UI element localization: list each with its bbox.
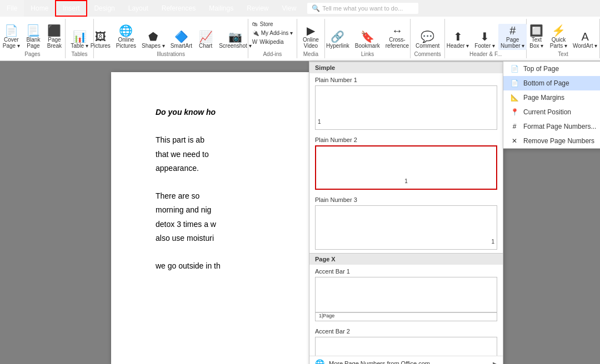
pictures-button[interactable]: 🖼 Pictures [88, 30, 113, 50]
remove-page-numbers-icon: ✕ [510, 136, 519, 145]
remove-page-numbers-label: Remove Page Numbers [523, 137, 594, 145]
ribbon: File Home Insert Design Layout Reference… [0, 0, 600, 61]
bookmark-button[interactable]: 🔖 Bookmark [353, 30, 382, 50]
dropdown-container: Simple Plain Number 1 1 Plain Number 2 1 [309, 61, 503, 364]
gallery-item-accent-2[interactable]: Accent Bar 2 1|Page [309, 325, 503, 356]
gallery-scroll[interactable]: Simple Plain Number 1 1 Plain Number 2 1 [309, 62, 503, 356]
gallery-section-simple: Simple [309, 62, 503, 73]
footer-button[interactable]: ⬇ Footer ▾ [472, 30, 497, 50]
hyperlink-icon: 🔗 [331, 31, 344, 42]
ribbon-group-media: ▶ OnlineVideo Media [297, 19, 325, 58]
more-numbers-label: More Page Numbers from Office.com [329, 360, 430, 364]
top-of-page-icon: 📄 [510, 64, 519, 73]
text-box-icon: 🔲 [529, 25, 543, 36]
tab-mailings[interactable]: Mailings [202, 0, 240, 17]
more-numbers-icon: 🌐 [315, 359, 324, 364]
accent-bar-1-text: 1|Page [319, 313, 334, 318]
tab-references[interactable]: References [155, 0, 202, 17]
tables-group-label: Tables [72, 51, 88, 57]
ribbon-group-pages: 📄 CoverPage ▾ 📃 BlankPage ⬛ PageBreak Pa… [0, 19, 66, 58]
table-button[interactable]: 📊 Table ▾ [68, 30, 91, 50]
plain-number-3-preview: 1 [315, 205, 497, 250]
gallery-item-plain-3[interactable]: Plain Number 3 1 [309, 193, 503, 253]
gallery-item-plain-1[interactable]: Plain Number 1 1 [309, 73, 503, 133]
more-numbers-item[interactable]: 🌐 More Page Numbers from Office.com ▶ [309, 356, 503, 364]
shapes-button[interactable]: ⬟ Shapes ▾ [139, 30, 167, 50]
illustrations-group-label: Illustrations [157, 51, 185, 57]
screenshot-icon: 📷 [228, 31, 242, 42]
comment-button[interactable]: 💬 Comment [413, 30, 442, 50]
more-numbers-arrow: ▶ [493, 361, 497, 365]
current-position-label: Current Position [523, 108, 571, 116]
bottom-of-page-label: Bottom of Page [523, 79, 569, 87]
store-button[interactable]: 🛍 Store [250, 20, 294, 28]
menu-current-position[interactable]: 📍 Current Position ▶ [503, 105, 600, 119]
wikipedia-icon: W [252, 39, 257, 45]
menu-page-margins[interactable]: 📐 Page Margins ▶ [503, 90, 600, 105]
gallery-section-page-x: Page X [309, 253, 503, 265]
smartart-icon: 🔷 [174, 31, 188, 42]
plain-number-1-value: 1 [318, 119, 321, 125]
header-button[interactable]: ⬆ Header ▾ [444, 30, 472, 50]
gallery-item-accent-1[interactable]: Accent Bar 1 1|Page [309, 265, 503, 325]
page-margins-icon: 📐 [510, 93, 519, 102]
quick-parts-button[interactable]: ⚡ QuickParts ▾ [548, 24, 569, 50]
text-box-button[interactable]: 🔲 TextBox ▾ [527, 24, 547, 50]
blank-page-icon: 📃 [26, 25, 40, 36]
plain-number-3-label: Plain Number 3 [315, 196, 497, 203]
online-video-button[interactable]: ▶ OnlineVideo [301, 24, 321, 50]
ribbon-tab-bar: File Home Insert Design Layout Reference… [0, 0, 600, 17]
online-video-icon: ▶ [307, 25, 315, 36]
ribbon-content: 📄 CoverPage ▾ 📃 BlankPage ⬛ PageBreak Pa… [0, 17, 600, 61]
my-addins-button[interactable]: 🔌 My Add-ins ▾ [250, 29, 295, 37]
shapes-icon: ⬟ [148, 31, 158, 42]
ribbon-group-links: 🔗 Hyperlink 🔖 Bookmark ↔ Cross-reference… [325, 19, 411, 58]
ribbon-group-text: 🔲 TextBox ▾ ⚡ QuickParts ▾ A WordArt ▾ T… [527, 19, 600, 58]
accent-bar-1-label: Accent Bar 1 [315, 268, 497, 275]
links-group-label: Links [361, 51, 374, 57]
gallery-footer: 🌐 More Page Numbers from Office.com ▶ 💾 … [309, 356, 503, 364]
page-number-button[interactable]: # PageNumber ▾ [498, 24, 527, 50]
accent-bar-2-preview: 1|Page [315, 337, 497, 356]
cross-reference-button[interactable]: ↔ Cross-reference [383, 24, 411, 50]
menu-top-of-page[interactable]: 📄 Top of Page ▶ [503, 62, 600, 76]
ribbon-group-illustrations: 🖼 Pictures 🌐 OnlinePictures ⬟ Shapes ▾ 🔷… [94, 19, 248, 58]
plain-number-3-value: 1 [491, 239, 494, 245]
tab-layout[interactable]: Layout [122, 0, 155, 17]
blank-page-button[interactable]: 📃 BlankPage [23, 24, 43, 50]
pages-group-label: Pages [24, 51, 40, 57]
tab-insert[interactable]: Insert [55, 0, 87, 17]
wordart-button[interactable]: A WordArt ▾ [571, 30, 599, 50]
tab-design[interactable]: Design [87, 0, 121, 17]
comments-group-label: Comments [414, 51, 441, 57]
tab-view[interactable]: View [276, 0, 303, 17]
online-pictures-icon: 🌐 [119, 25, 133, 36]
tab-file[interactable]: File [0, 0, 24, 17]
doc-paragraph-1: Do you know ho [156, 108, 216, 117]
tab-home[interactable]: Home [24, 0, 55, 17]
bottom-of-page-icon: 📄 [510, 79, 519, 88]
page-break-button[interactable]: ⬛ PageBreak [44, 24, 64, 50]
cover-page-button[interactable]: 📄 CoverPage ▾ [1, 24, 22, 50]
gallery-item-plain-2[interactable]: Plain Number 2 1 [309, 133, 503, 193]
chart-button[interactable]: 📈 Chart [196, 30, 216, 50]
comment-icon: 💬 [421, 31, 434, 42]
menu-remove-page-numbers[interactable]: ✕ Remove Page Numbers [503, 134, 600, 148]
plain-number-2-value: 1 [404, 178, 408, 184]
menu-bottom-of-page[interactable]: 📄 Bottom of Page ▶ [503, 76, 600, 90]
smartart-button[interactable]: 🔷 SmartArt [168, 30, 194, 50]
plain-number-2-preview: 1 [315, 145, 497, 190]
hyperlink-button[interactable]: 🔗 Hyperlink [324, 30, 352, 50]
format-page-numbers-label: Format Page Numbers... [523, 123, 596, 130]
my-addins-icon: 🔌 [252, 30, 259, 36]
ribbon-group-comments: 💬 Comment Comments [411, 19, 445, 58]
footer-icon: ⬇ [480, 31, 489, 42]
top-of-page-label: Top of Page [523, 65, 559, 73]
wikipedia-button[interactable]: W Wikipedia [250, 38, 294, 46]
online-pictures-button[interactable]: 🌐 OnlinePictures [114, 24, 138, 50]
search-placeholder: Tell me what you want to do... [322, 5, 403, 12]
media-group-label: Media [303, 51, 318, 57]
chart-icon: 📈 [199, 31, 213, 42]
menu-format-page-numbers[interactable]: # Format Page Numbers... [503, 119, 600, 134]
tab-review[interactable]: Review [240, 0, 275, 17]
